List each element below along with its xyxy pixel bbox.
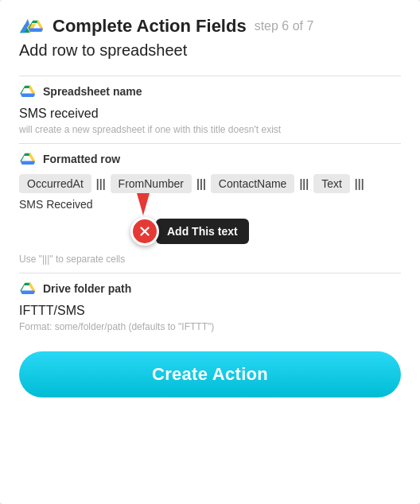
spreadsheet-value: SMS received: [19, 107, 401, 121]
sep-3: |||: [299, 177, 309, 190]
spreadsheet-hint: will create a new spreadsheet if one wit…: [19, 124, 401, 135]
step-label: step 6 of 7: [255, 19, 314, 33]
subtitle: Add row to spreadsheet: [19, 41, 401, 60]
main-card: Complete Action Fields step 6 of 7 Add r…: [0, 0, 420, 504]
tag-occurredat[interactable]: OccurredAt: [19, 174, 91, 193]
drive-folder-value: IFTTT/SMS: [19, 304, 401, 318]
page-title: Complete Action Fields: [52, 16, 247, 37]
tag-fromnumber[interactable]: FromNumber: [111, 174, 192, 193]
drive-icon-spreadsheet: [19, 83, 37, 100]
tooltip-area: Add This text: [19, 217, 401, 246]
spreadsheet-section-label: Spreadsheet name: [19, 83, 401, 100]
google-drive-header-icon-2: [27, 17, 45, 35]
tag-text[interactable]: Text: [313, 174, 350, 193]
create-action-button[interactable]: Create Action: [19, 351, 401, 397]
formatted-row-label: Formatted row: [19, 150, 401, 168]
divider-3: [19, 273, 401, 273]
trailing-sms: SMS Received: [19, 198, 93, 211]
tooltip-wrapper: Add This text: [130, 217, 249, 246]
red-arrow-icon: [132, 193, 154, 215]
divider-1: [19, 76, 401, 76]
drive-folder-hint: Format: some/folder/path (defaults to "I…: [19, 321, 401, 332]
formatted-row-container: OccurredAt ||| FromNumber ||| ContactNam…: [19, 174, 401, 211]
sep-2: |||: [196, 177, 206, 190]
sep-4: |||: [355, 177, 364, 190]
use-hint: Use "|||" to separate cells: [19, 254, 401, 265]
remove-button[interactable]: [130, 217, 159, 246]
drive-icon-formatted: [19, 150, 37, 168]
divider-2: [19, 143, 401, 144]
tag-contactname[interactable]: ContactName: [211, 174, 295, 193]
header-line: Complete Action Fields step 6 of 7: [19, 16, 401, 37]
svg-marker-7: [137, 193, 150, 215]
add-this-text-tooltip[interactable]: Add This text: [156, 219, 249, 244]
drive-folder-label: Drive folder path: [19, 280, 401, 297]
drive-icon-folder: [19, 280, 37, 297]
sep-1: |||: [96, 177, 106, 190]
